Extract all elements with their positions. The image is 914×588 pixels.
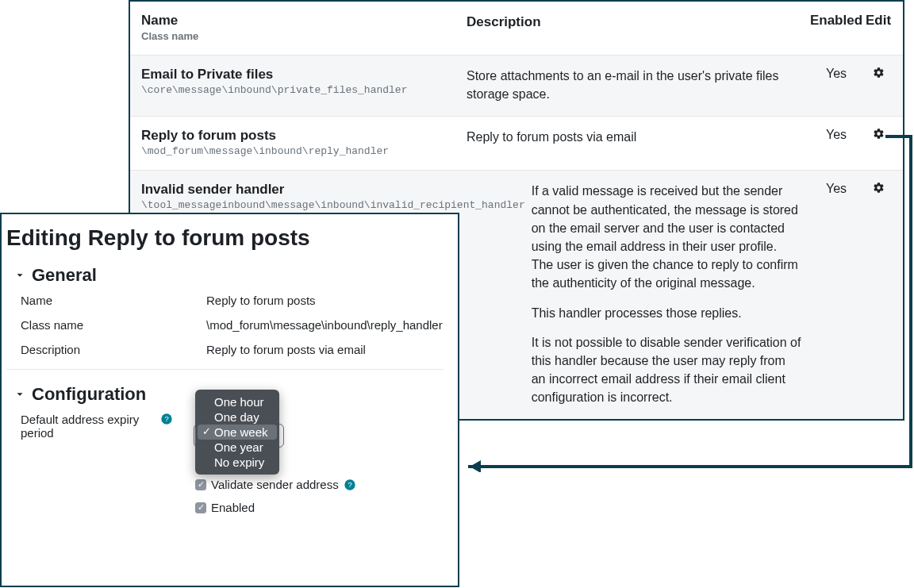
gear-icon (873, 182, 885, 194)
handler-enabled: Yes (808, 182, 865, 196)
help-icon[interactable]: ? (160, 413, 173, 425)
chevron-down-icon (14, 389, 25, 400)
handler-name: Reply to forum posts (141, 128, 460, 144)
handler-description: Store attachments to an e-mail in the us… (467, 67, 808, 103)
handler-enabled: Yes (808, 67, 865, 81)
column-header-classname: Class name (141, 30, 460, 42)
expiry-dropdown[interactable]: One hour One day One week One year No ex… (195, 390, 279, 475)
handler-description: If a valid message is received but the s… (532, 182, 808, 406)
field-value-description: Reply to forum posts via email (206, 343, 444, 356)
expiry-option[interactable]: No expiry (195, 455, 279, 470)
column-header-name: Name (141, 13, 460, 29)
column-header-edit: Edit (865, 13, 892, 29)
edit-handler-button[interactable] (873, 67, 885, 79)
expiry-option-selected[interactable]: One week (198, 425, 277, 440)
section-general-label: General (32, 265, 97, 286)
chevron-down-icon (14, 270, 25, 281)
field-value-classname: \mod_forum\message\inbound\reply_handler (206, 318, 444, 332)
column-header-enabled: Enabled (808, 13, 865, 29)
field-label-description: Description (21, 343, 206, 356)
field-label-classname: Class name (21, 318, 206, 332)
expiry-label: Default address expiry period (21, 413, 156, 440)
table-row: Email to Private files \core\message\inb… (130, 55, 903, 116)
expiry-option[interactable]: One hour (195, 394, 279, 409)
section-general-header[interactable]: General (14, 265, 444, 286)
expiry-option[interactable]: One day (195, 409, 279, 425)
handler-classname: \tool_messageinbound\message\inbound\inv… (141, 199, 525, 211)
gear-icon (873, 128, 885, 140)
handler-description: Reply to forum posts via email (467, 128, 808, 146)
field-value-name: Reply to forum posts (206, 294, 444, 307)
edit-handler-button[interactable] (873, 128, 885, 140)
section-configuration-label: Configuration (32, 384, 146, 405)
svg-marker-4 (470, 460, 481, 472)
field-label-name: Name (21, 294, 206, 307)
enabled-checkbox[interactable]: ✓ (195, 502, 206, 513)
svg-text:?: ? (348, 481, 351, 489)
table-row: Reply to forum posts \mod_forum\message\… (130, 116, 903, 170)
validate-sender-label: Validate sender address (211, 478, 339, 491)
panel-title: Editing Reply to forum posts (6, 225, 444, 251)
handler-name: Invalid sender handler (141, 182, 525, 198)
handler-classname: \mod_forum\message\inbound\reply_handler (141, 145, 460, 157)
table-header-row: Name Class name Description Enabled Edit (130, 2, 903, 55)
expiry-option[interactable]: One year (195, 440, 279, 455)
help-icon[interactable]: ? (344, 478, 356, 491)
handler-classname: \core\message\inbound\private_files_hand… (141, 84, 460, 96)
edit-handler-button[interactable] (873, 182, 885, 194)
handler-enabled: Yes (808, 128, 865, 142)
column-header-description: Description (467, 13, 808, 33)
gear-icon (873, 67, 885, 79)
enabled-label: Enabled (211, 501, 255, 514)
edit-handler-panel: Editing Reply to forum posts General Nam… (0, 213, 459, 587)
handler-name: Email to Private files (141, 67, 460, 83)
svg-text:?: ? (164, 415, 168, 423)
validate-sender-checkbox[interactable]: ✓ (195, 479, 206, 490)
